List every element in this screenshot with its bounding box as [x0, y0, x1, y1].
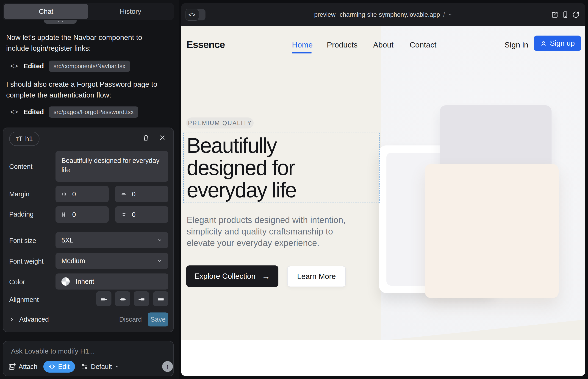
chevron-down-icon	[157, 237, 162, 243]
mobile-view-button[interactable]	[561, 11, 569, 19]
align-center-icon	[119, 295, 126, 302]
settings-sliders-icon	[81, 363, 88, 370]
margin-horizontal-icon	[62, 191, 67, 197]
composer-actions: Attach Edit Default	[8, 361, 120, 373]
align-right-icon	[138, 295, 145, 302]
margin-x-input[interactable]: 0	[56, 186, 109, 202]
save-button[interactable]: Save	[148, 313, 168, 327]
close-panel-button[interactable]	[157, 133, 167, 143]
align-justify-icon	[157, 295, 164, 302]
attach-image-icon	[8, 363, 15, 370]
margin-vertical-icon	[121, 191, 126, 197]
align-left-button[interactable]	[96, 291, 111, 306]
edited-label: Edited	[24, 63, 44, 70]
truncated-chip	[44, 20, 77, 24]
nav-active-underline	[292, 52, 312, 53]
decorative-card-cream	[425, 164, 559, 298]
chevron-down-icon	[448, 13, 452, 17]
content-input[interactable]: Beautifully designed for everyday life	[56, 151, 168, 182]
explore-collection-button[interactable]: Explore Collection →	[186, 266, 279, 287]
premium-badge: PREMIUM QUALITY	[186, 117, 254, 128]
file-edit-row: <> Edited src/pages/ForgotPassword.tsx	[10, 106, 138, 118]
file-edit-row: <> Edited src/components/Navbar.tsx	[10, 60, 130, 72]
nav-link-home[interactable]: Home	[292, 40, 313, 49]
file-chip[interactable]: src/components/Navbar.tsx	[49, 61, 130, 72]
chat-message: Now let's update the Navbar component to…	[6, 32, 169, 54]
font-weight-label: Font weight	[9, 258, 44, 265]
smartphone-icon	[562, 11, 569, 18]
nav-link-products[interactable]: Products	[327, 40, 357, 49]
arrow-right-icon: →	[262, 271, 270, 281]
code-icon: <>	[10, 63, 19, 70]
learn-more-button[interactable]: Learn More	[287, 266, 346, 287]
element-editor-panel: ᴛT h1 Content Beautifully designed for e…	[3, 127, 174, 332]
user-icon	[540, 40, 547, 47]
send-button[interactable]: ↑	[162, 361, 173, 372]
sign-in-link[interactable]: Sign in	[505, 40, 528, 49]
chevron-down-icon	[157, 258, 162, 264]
content-label: Content	[9, 163, 32, 171]
trash-icon	[142, 134, 149, 141]
sidebar-tabs: Chat History	[3, 3, 174, 20]
url-host: preview--charming-site-symphony.lovable.…	[314, 11, 440, 18]
alignment-label: Alignment	[9, 296, 39, 303]
font-size-label: Font size	[9, 237, 36, 245]
browser-chrome: <> preview--charming-site-symphony.lovab…	[181, 3, 585, 26]
refresh-icon	[572, 11, 580, 18]
align-right-button[interactable]	[134, 291, 149, 306]
tab-history[interactable]: History	[88, 4, 173, 19]
padding-horizontal-icon	[62, 212, 67, 217]
close-icon	[159, 134, 166, 141]
external-link-icon	[551, 11, 558, 18]
prompt-composer: Attach Edit Default	[3, 341, 174, 376]
url-bar[interactable]: preview--charming-site-symphony.lovable.…	[181, 3, 585, 26]
chat-sidebar: Chat History Now let's update the Navbar…	[0, 0, 179, 379]
color-label: Color	[9, 278, 25, 286]
font-weight-select[interactable]: Medium	[56, 253, 168, 269]
tab-chat[interactable]: Chat	[4, 4, 88, 19]
sign-up-button[interactable]: Sign up	[534, 35, 581, 51]
align-left-icon	[100, 295, 107, 302]
file-chip[interactable]: src/pages/ForgotPassword.tsx	[49, 107, 138, 118]
align-center-button[interactable]	[115, 291, 130, 306]
hero-heading[interactable]: Beautifully designed for everyday life	[187, 134, 296, 201]
url-separator: /	[443, 11, 445, 18]
edit-mode-button[interactable]: Edit	[43, 361, 75, 373]
delete-element-button[interactable]	[141, 133, 151, 143]
arrow-up-icon: ↑	[166, 363, 169, 370]
refresh-button[interactable]	[572, 11, 580, 19]
chevron-right-icon	[9, 317, 14, 322]
padding-x-input[interactable]: 0	[56, 206, 109, 223]
hero-subtitle: Elegant products designed with intention…	[187, 214, 346, 249]
color-select[interactable]: Inherit	[56, 273, 168, 289]
margin-y-input[interactable]: 0	[115, 186, 168, 202]
typography-icon: ᴛT	[16, 135, 22, 142]
attach-button[interactable]: Attach	[8, 363, 37, 371]
align-justify-button[interactable]	[153, 291, 168, 306]
chevron-down-icon	[115, 364, 120, 369]
preview-browser: <> preview--charming-site-symphony.lovab…	[181, 3, 585, 376]
margin-label: Margin	[9, 190, 30, 198]
color-swatch	[62, 277, 70, 286]
code-icon: <>	[10, 109, 19, 116]
mode-select[interactable]: Default	[81, 363, 120, 371]
preview-page: Essence Home Products About Contact Sign…	[181, 26, 585, 376]
font-size-select[interactable]: 5XL	[56, 232, 168, 248]
element-tag: h1	[25, 135, 33, 143]
padding-vertical-icon	[121, 212, 126, 217]
chat-message: I should also create a Forgot Password p…	[6, 79, 169, 100]
crosshair-icon	[49, 363, 55, 370]
padding-label: Padding	[9, 211, 33, 218]
nav-link-contact[interactable]: Contact	[410, 40, 436, 49]
site-logo[interactable]: Essence	[186, 39, 225, 50]
nav-link-about[interactable]: About	[373, 40, 394, 49]
open-external-button[interactable]	[551, 11, 559, 19]
discard-button[interactable]: Discard	[119, 316, 142, 323]
edited-label: Edited	[24, 108, 44, 116]
padding-y-input[interactable]: 0	[115, 206, 168, 223]
prompt-input[interactable]	[11, 346, 149, 357]
element-tag-badge: ᴛT h1	[9, 132, 39, 146]
lovable-app: Chat History Now let's update the Navbar…	[0, 0, 588, 379]
advanced-toggle[interactable]: Advanced	[9, 316, 49, 323]
